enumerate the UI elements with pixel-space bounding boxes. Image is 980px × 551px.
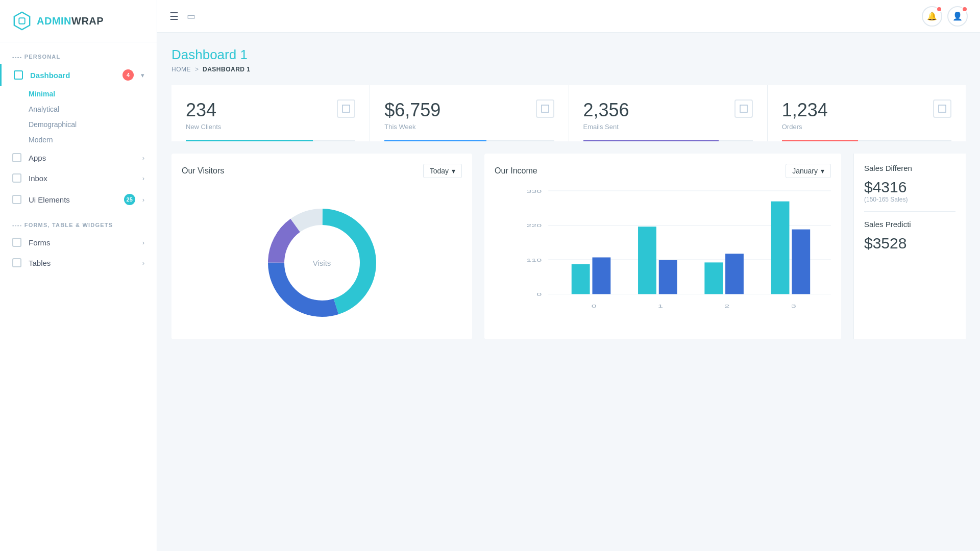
stat-label: Emails Sent xyxy=(583,123,753,131)
charts-row: Our Visitors Today ▾ xyxy=(172,154,966,339)
stat-card-new-clients: 234 New Clients xyxy=(172,85,370,141)
bar-chart-svg: 330 220 110 0 0 1 2 3 xyxy=(515,186,831,324)
sales-pred-amount: $3528 xyxy=(864,235,955,252)
user-button[interactable]: 👤 xyxy=(947,6,968,27)
svg-rect-26 xyxy=(704,262,723,294)
subnav-demographical[interactable]: Demographical xyxy=(29,117,157,132)
svg-text:2: 2 xyxy=(724,304,729,309)
user-dot xyxy=(962,6,968,12)
dashboard-subnav: Minimal Analytical Demographical Modern xyxy=(0,86,157,147)
svg-rect-23 xyxy=(593,258,611,294)
sidebar-item-tables[interactable]: Tables › xyxy=(0,253,157,273)
ui-elements-checkbox[interactable] xyxy=(12,195,21,204)
sidebar-item-forms[interactable]: Forms › xyxy=(0,232,157,253)
ui-elements-badge: 25 xyxy=(124,194,135,205)
income-chart-header: Our Income January ▾ xyxy=(495,164,831,178)
sidebar-item-dashboard[interactable]: Dashboard 4 ▾ xyxy=(0,64,157,86)
stat-card-this-week: $6,759 This Week xyxy=(370,85,569,141)
square-icon xyxy=(938,104,947,113)
svg-text:110: 110 xyxy=(526,257,542,263)
breadcrumb-separator: > xyxy=(195,66,199,73)
sidebar-item-apps[interactable]: Apps › xyxy=(0,147,157,168)
notification-button[interactable]: 🔔 xyxy=(922,6,942,27)
topbar-right: 🔔 👤 xyxy=(922,6,968,27)
svg-rect-5 xyxy=(939,105,946,112)
sidebar-item-label: Dashboard xyxy=(30,71,115,80)
stat-value: 234 xyxy=(186,99,355,121)
square-icon xyxy=(541,104,550,113)
svg-rect-4 xyxy=(740,105,747,112)
chevron-right-icon: › xyxy=(142,259,144,267)
chevron-down-icon: ▾ xyxy=(452,167,455,175)
topbar: ☰ ▭ 🔔 👤 xyxy=(157,0,980,33)
stat-icon-1 xyxy=(536,99,554,118)
logo: ADMINWRAP xyxy=(0,0,157,42)
stat-label: Orders xyxy=(782,123,951,131)
stat-bar xyxy=(186,140,355,141)
separator xyxy=(864,211,955,212)
user-icon: 👤 xyxy=(952,11,963,21)
sales-diff-title: Sales Differen xyxy=(864,164,955,172)
stat-bar-fill xyxy=(384,140,486,141)
svg-rect-3 xyxy=(542,105,549,112)
forms-checkbox[interactable] xyxy=(12,238,21,247)
svg-rect-24 xyxy=(638,227,656,294)
bell-icon: 🔔 xyxy=(927,11,937,21)
chevron-right-icon: › xyxy=(142,196,144,204)
topbar-left: ☰ ▭ xyxy=(169,10,914,22)
chevron-down-icon: ▾ xyxy=(821,167,824,175)
sales-diff-amount: $4316 xyxy=(864,179,955,196)
income-chart-title: Our Income xyxy=(495,166,537,176)
svg-rect-22 xyxy=(572,264,590,294)
svg-text:0: 0 xyxy=(592,304,597,309)
stat-bar-fill xyxy=(186,140,313,141)
svg-marker-0 xyxy=(14,12,30,30)
stat-icon-3 xyxy=(933,99,951,118)
sidebar-item-label: Tables xyxy=(29,259,135,267)
logo-text: ADMINWRAP xyxy=(37,15,104,27)
apps-checkbox[interactable] xyxy=(12,153,21,162)
sidebar-item-label: Ui Elements xyxy=(29,195,117,204)
stat-value: $6,759 xyxy=(384,99,554,121)
chevron-down-icon: ▾ xyxy=(141,71,144,79)
stat-bar xyxy=(583,140,753,141)
svg-rect-27 xyxy=(725,254,744,294)
svg-rect-28 xyxy=(771,202,790,294)
stat-label: This Week xyxy=(384,123,554,131)
sidebar: ADMINWRAP ---- PERSONAL Dashboard 4 ▾ Mi… xyxy=(0,0,157,551)
logo-icon xyxy=(12,11,32,31)
visitors-chart-title: Our Visitors xyxy=(182,166,224,176)
svg-rect-29 xyxy=(792,230,810,294)
tablet-icon[interactable]: ▭ xyxy=(187,11,195,22)
subnav-minimal[interactable]: Minimal xyxy=(29,86,157,102)
subnav-modern[interactable]: Modern xyxy=(29,132,157,147)
square-icon xyxy=(341,104,351,113)
notification-dot xyxy=(936,6,942,12)
hamburger-icon[interactable]: ☰ xyxy=(169,10,179,22)
stat-label: New Clients xyxy=(186,123,355,131)
bar-chart: 330 220 110 0 0 1 2 3 xyxy=(495,186,831,339)
dashboard-checkbox[interactable] xyxy=(14,70,23,80)
stat-bar xyxy=(384,140,554,141)
breadcrumb-home[interactable]: HOME xyxy=(172,66,191,73)
chevron-right-icon: › xyxy=(142,239,144,246)
tables-checkbox[interactable] xyxy=(12,258,21,267)
sidebar-item-inbox[interactable]: Inbox › xyxy=(0,168,157,188)
chevron-right-icon: › xyxy=(142,174,144,182)
inbox-checkbox[interactable] xyxy=(12,173,21,183)
svg-rect-2 xyxy=(342,105,350,112)
subnav-analytical[interactable]: Analytical xyxy=(29,102,157,117)
page-title: Dashboard 1 xyxy=(172,47,966,63)
sales-diff-sub: (150-165 Sales) xyxy=(864,196,955,203)
main-area: ☰ ▭ 🔔 👤 Dashboard 1 HOME > DASHBOARD 1 xyxy=(157,0,980,551)
svg-text:0: 0 xyxy=(536,291,542,297)
sidebar-item-label: Inbox xyxy=(29,174,135,183)
income-dropdown[interactable]: January ▾ xyxy=(786,164,831,178)
chevron-right-icon: › xyxy=(142,154,144,162)
donut-center-label: Visits xyxy=(313,259,331,267)
visitors-dropdown[interactable]: Today ▾ xyxy=(423,164,462,178)
income-chart-card: Our Income January ▾ 330 xyxy=(484,154,841,339)
stats-row: 234 New Clients $6,759 This Week xyxy=(172,85,966,141)
dashboard-badge: 4 xyxy=(122,69,134,81)
sidebar-item-ui-elements[interactable]: Ui Elements 25 › xyxy=(0,188,157,211)
